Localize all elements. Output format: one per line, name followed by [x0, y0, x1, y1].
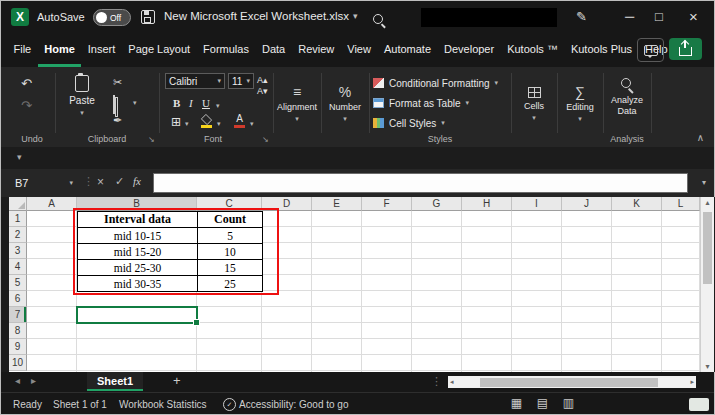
column-header-j[interactable]: J	[562, 197, 612, 211]
table-cell[interactable]: mid 15-20	[78, 244, 198, 260]
font-color-dropdown-icon[interactable]: ▾	[250, 120, 254, 128]
font-dialog-launcher-icon[interactable]: ↘	[262, 135, 269, 144]
select-all-corner[interactable]	[9, 197, 27, 211]
collapse-ribbon-icon[interactable]: ∧	[697, 132, 704, 143]
page-break-view-button[interactable]: ▥	[563, 397, 574, 409]
font-color-button[interactable]: A	[234, 114, 245, 128]
row-header-9[interactable]: 9	[9, 339, 27, 355]
title-dropdown-icon[interactable]: ▾	[353, 11, 358, 21]
cut-button[interactable]: ✂	[113, 77, 122, 88]
column-header-k[interactable]: K	[612, 197, 662, 211]
column-header-e[interactable]: E	[312, 197, 362, 211]
accessibility-status[interactable]: Accessibility: Good to go	[239, 399, 349, 410]
table-cell[interactable]: 10	[198, 244, 263, 260]
menu-item-automate[interactable]: Automate	[377, 33, 437, 67]
number-button[interactable]: % Number ▾	[323, 73, 367, 135]
column-header-f[interactable]: F	[362, 197, 412, 211]
minimize-button[interactable]: ─	[625, 9, 634, 24]
menu-item-review[interactable]: Review	[292, 33, 341, 67]
vertical-scroll-thumb[interactable]	[703, 212, 712, 284]
table-header-cell[interactable]: Count	[198, 212, 263, 228]
close-button[interactable]: ×	[689, 8, 698, 25]
copy-dropdown-icon[interactable]: ▾	[133, 99, 137, 107]
menu-item-insert[interactable]: Insert	[81, 33, 122, 67]
bold-button[interactable]: B	[173, 98, 180, 109]
column-header-a[interactable]: A	[27, 197, 77, 211]
row-header-4[interactable]: 4	[9, 259, 27, 275]
borders-dropdown-icon[interactable]: ▾	[185, 120, 189, 128]
autosave-toggle[interactable]: Off	[93, 9, 131, 26]
table-header-cell[interactable]: Interval data	[78, 212, 198, 228]
enter-entry-icon[interactable]: ✓	[115, 176, 124, 187]
scroll-right-icon[interactable]: ▸	[690, 378, 694, 386]
alignment-button[interactable]: ≡ Alignment ▾	[275, 73, 319, 135]
scroll-down-icon[interactable]: ▾	[701, 362, 714, 371]
vertical-scrollbar[interactable]: ▴ ▾	[700, 197, 714, 372]
paste-button[interactable]: Paste ▾	[63, 73, 101, 131]
column-header-d[interactable]: D	[262, 197, 312, 211]
comments-button[interactable]	[637, 38, 664, 62]
styles-button-cell-styles[interactable]: Cell Styles▾	[373, 113, 509, 133]
share-button[interactable]	[669, 38, 702, 60]
save-icon[interactable]	[141, 10, 155, 24]
column-header-h[interactable]: H	[462, 197, 512, 211]
column-header-l[interactable]: L	[662, 197, 700, 211]
pen-icon[interactable]: ✎	[576, 9, 587, 24]
italic-button[interactable]: I	[189, 98, 193, 109]
menu-item-data[interactable]: Data	[255, 33, 291, 67]
horizontal-scroll-thumb[interactable]	[480, 378, 658, 387]
name-box-dropdown-icon[interactable]: ▾	[69, 179, 73, 187]
column-header-g[interactable]: G	[412, 197, 462, 211]
menu-item-page-layout[interactable]: Page Layout	[122, 33, 197, 67]
styles-button-conditional-formatting[interactable]: Conditional Formatting▾	[373, 73, 509, 93]
zoom-indicator[interactable]	[689, 398, 709, 411]
menu-item-developer[interactable]: Developer	[438, 33, 501, 67]
fill-color-dropdown-icon[interactable]: ▾	[217, 120, 221, 128]
sheet-grid[interactable]: Interval dataCountmid 10-155mid 15-2010m…	[9, 197, 700, 372]
page-layout-view-button[interactable]: ▤	[537, 397, 548, 409]
tab-scroll-handle-icon[interactable]: ⋮	[431, 375, 442, 388]
table-cell[interactable]: 5	[198, 228, 263, 244]
row-header-8[interactable]: 8	[9, 323, 27, 339]
horizontal-scrollbar[interactable]: ◂ ▸	[448, 376, 696, 388]
sheet-tab-sheet1[interactable]: Sheet1	[87, 372, 143, 391]
editing-button[interactable]: ∑ Editing ▾	[559, 73, 601, 135]
underline-dropdown-icon[interactable]: ▾	[216, 102, 220, 110]
table-cell[interactable]: mid 25-30	[78, 260, 198, 276]
copy-button[interactable]	[113, 95, 115, 114]
table-cell[interactable]: mid 30-35	[78, 276, 198, 292]
row-header-5[interactable]: 5	[9, 275, 27, 291]
prev-sheet-icon[interactable]: ◂	[15, 376, 20, 386]
row-header-6[interactable]: 6	[9, 291, 27, 307]
qat-dropdown-icon[interactable]: ▾	[17, 152, 22, 162]
clipboard-dialog-launcher-icon[interactable]: ↘	[148, 135, 155, 144]
row-header-10[interactable]: 10	[9, 355, 27, 371]
document-title[interactable]: New Microsoft Excel Worksheet.xlsx	[164, 10, 349, 22]
menu-item-kutools-plus[interactable]: Kutools Plus	[564, 33, 638, 67]
table-cell[interactable]: 15	[198, 260, 263, 276]
borders-button[interactable]: ⊞	[171, 116, 181, 128]
cancel-entry-icon[interactable]: ×	[97, 176, 104, 188]
scroll-left-icon[interactable]: ◂	[450, 378, 454, 386]
next-sheet-icon[interactable]: ▸	[31, 376, 36, 386]
row-header-1[interactable]: 1	[9, 211, 27, 227]
column-header-c[interactable]: C	[197, 197, 262, 211]
paste-dropdown-icon[interactable]: ▾	[80, 109, 84, 117]
column-header-i[interactable]: I	[512, 197, 562, 211]
normal-view-button[interactable]: ▦	[511, 397, 522, 409]
font-size-combobox[interactable]: 11 ▾	[228, 73, 254, 89]
column-header-b[interactable]: B	[77, 197, 197, 211]
format-painter-button[interactable]: ✒	[113, 115, 122, 126]
row-header-2[interactable]: 2	[9, 227, 27, 243]
new-sheet-button[interactable]: +	[173, 374, 181, 387]
excel-logo-icon[interactable]: X	[11, 8, 29, 26]
selected-cell-B7[interactable]	[76, 306, 198, 324]
menu-item-view[interactable]: View	[341, 33, 378, 67]
menu-item-file[interactable]: File	[7, 33, 38, 67]
maximize-button[interactable]: □	[655, 9, 663, 24]
name-box[interactable]: B7 ▾	[9, 173, 79, 193]
expand-formula-bar-icon[interactable]: ▾	[702, 178, 706, 187]
row-header-7[interactable]: 7	[9, 307, 27, 323]
fill-color-button[interactable]	[201, 115, 212, 128]
font-name-combobox[interactable]: Calibri ▾	[165, 73, 225, 89]
